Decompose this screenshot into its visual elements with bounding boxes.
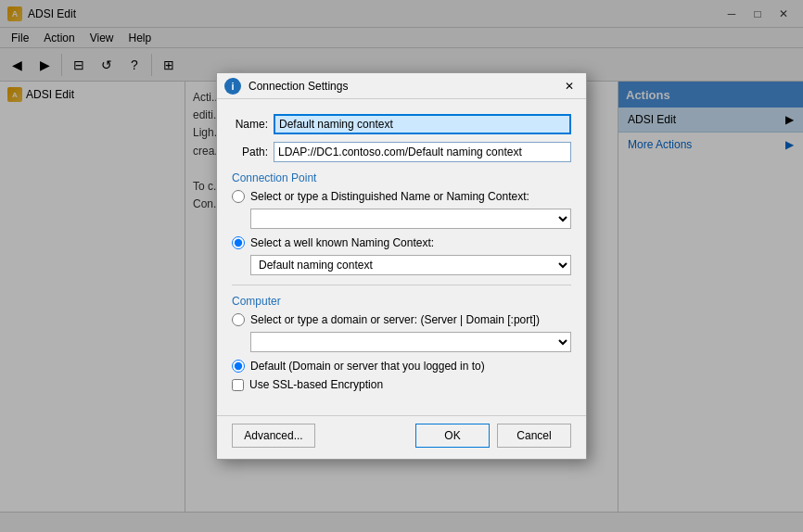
path-input[interactable] bbox=[274, 142, 571, 162]
computer-section: Computer bbox=[232, 295, 571, 308]
radio-server-row: Select or type a domain or server: (Serv… bbox=[232, 313, 571, 326]
radio-dn-input[interactable] bbox=[232, 190, 245, 203]
connection-point-section: Connection Point bbox=[232, 171, 571, 184]
dialog-title: Connection Settings bbox=[249, 80, 560, 93]
dialog-title-bar: i Connection Settings ✕ bbox=[217, 73, 586, 99]
advanced-button[interactable]: Advanced... bbox=[232, 424, 315, 448]
combo-server-select[interactable] bbox=[250, 332, 571, 352]
radio-default-input[interactable] bbox=[232, 360, 245, 373]
radio-wk-row: Select a well known Naming Context: bbox=[232, 236, 571, 249]
name-label: Name: bbox=[232, 118, 274, 131]
path-row: Path: bbox=[232, 142, 571, 162]
dialog-buttons: Advanced... OK Cancel bbox=[217, 415, 586, 459]
radio-server-label[interactable]: Select or type a domain or server: (Serv… bbox=[250, 313, 540, 326]
dialog-info-icon: i bbox=[224, 78, 241, 95]
dialog-close-button[interactable]: ✕ bbox=[560, 78, 579, 95]
radio-dn-label[interactable]: Select or type a Distinguished Name or N… bbox=[250, 190, 529, 203]
ssl-checkbox[interactable] bbox=[232, 379, 244, 391]
connection-settings-dialog: i Connection Settings ✕ Name: Path: Conn… bbox=[216, 72, 587, 460]
radio-dn-row: Select or type a Distinguished Name or N… bbox=[232, 190, 571, 203]
modal-overlay: i Connection Settings ✕ Name: Path: Conn… bbox=[0, 0, 803, 532]
radio-default-label[interactable]: Default (Domain or server that you logge… bbox=[250, 360, 485, 373]
combo-server-row bbox=[250, 332, 571, 352]
name-row: Name: bbox=[232, 114, 571, 134]
name-input[interactable] bbox=[274, 114, 571, 134]
ssl-label[interactable]: Use SSL-based Encryption bbox=[249, 378, 383, 391]
radio-server-input[interactable] bbox=[232, 313, 245, 326]
dialog-content: Name: Path: Connection Point Select or t… bbox=[217, 99, 586, 412]
combo-dn-row bbox=[250, 209, 571, 229]
radio-wk-input[interactable] bbox=[232, 236, 245, 249]
radio-default-row: Default (Domain or server that you logge… bbox=[232, 360, 571, 373]
combo-wk-select[interactable]: Default naming context Schema Configurat… bbox=[250, 255, 571, 275]
ok-button[interactable]: OK bbox=[415, 424, 490, 448]
radio-wk-label[interactable]: Select a well known Naming Context: bbox=[250, 236, 434, 249]
combo-wk-row: Default naming context Schema Configurat… bbox=[250, 255, 571, 275]
divider-1 bbox=[232, 285, 571, 285]
cancel-button[interactable]: Cancel bbox=[497, 424, 571, 448]
combo-dn-select[interactable] bbox=[250, 209, 571, 229]
path-label: Path: bbox=[232, 146, 274, 158]
ssl-checkbox-row: Use SSL-based Encryption bbox=[232, 378, 571, 391]
